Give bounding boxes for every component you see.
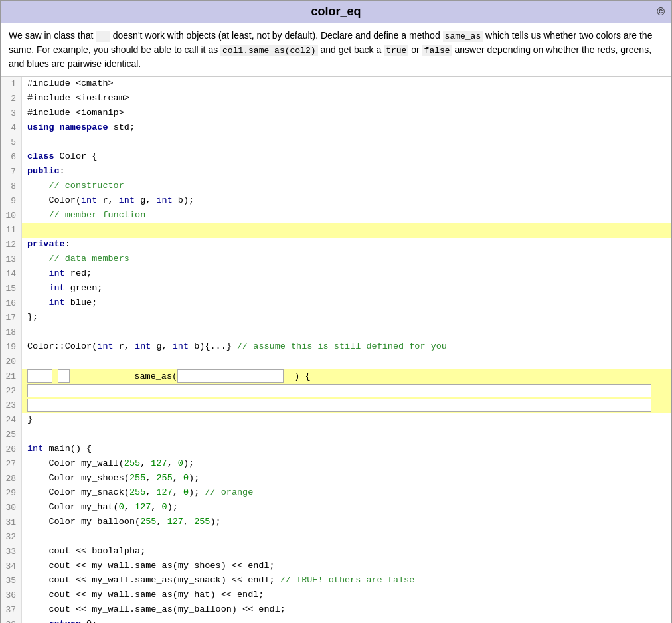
code-line: 12 private: xyxy=(1,238,671,252)
code-line: 20 xyxy=(1,355,671,369)
code-line-input-23: 23 xyxy=(1,399,671,413)
desc-text4: and get back a xyxy=(318,44,384,55)
code-line: 34 cout << my_wall.same_as(my_shoes) << … xyxy=(1,559,671,574)
input-line22[interactable] xyxy=(27,384,651,397)
desc-code1: == xyxy=(96,31,110,42)
code-line: 16 int blue; xyxy=(1,296,671,311)
code-line: 6 class Color { xyxy=(1,150,671,165)
input-line23[interactable] xyxy=(27,399,651,412)
code-line: 19 Color::Color(int r, int g, int b){...… xyxy=(1,340,671,355)
code-line: 38 return 0; xyxy=(1,618,671,623)
code-line: 24 } xyxy=(1,413,671,428)
code-line: 2 #include <iostream> xyxy=(1,92,671,106)
desc-text1: We saw in class that xyxy=(9,30,96,41)
main-container: color_eq © We saw in class that == doesn… xyxy=(0,0,672,623)
code-line: 28 Color my_shoes(255, 255, 0); xyxy=(1,472,671,486)
code-line: 17 }; xyxy=(1,311,671,325)
code-line: 37 cout << my_wall.same_as(my_balloon) <… xyxy=(1,603,671,618)
input-line21-part3[interactable] xyxy=(177,369,284,383)
code-line: 1 #include <cmath> xyxy=(1,77,671,92)
desc-code4: true xyxy=(384,45,408,56)
desc-text2: doesn't work with objects (at least, not… xyxy=(110,30,443,41)
code-line: 26 int main() { xyxy=(1,442,671,457)
header-bar: color_eq © xyxy=(1,1,671,23)
desc-text5: or xyxy=(408,44,422,55)
code-line: 5 xyxy=(1,135,671,150)
code-line: 14 int red; xyxy=(1,267,671,282)
problem-description: We saw in class that == doesn't work wit… xyxy=(1,23,671,77)
desc-code5: false xyxy=(422,45,452,56)
code-line: 13 // data members xyxy=(1,252,671,267)
code-line: 30 Color my_hat(0, 127, 0); xyxy=(1,501,671,515)
code-line: 33 cout << boolalpha; xyxy=(1,545,671,559)
code-line: 15 int green; xyxy=(1,282,671,296)
code-line: 7 public: xyxy=(1,165,671,179)
code-line: 3 #include <iomanip> xyxy=(1,106,671,121)
code-line: 18 xyxy=(1,325,671,340)
code-line: 35 cout << my_wall.same_as(my_snack) << … xyxy=(1,574,671,588)
code-line-input-22: 22 xyxy=(1,384,671,399)
code-line: 25 xyxy=(1,428,671,442)
code-line: 10 // member function xyxy=(1,209,671,223)
code-line-input-21: 21 same_as( ) { xyxy=(1,369,671,384)
input-line21-part2[interactable] xyxy=(58,369,70,383)
code-line: 9 Color(int r, int g, int b); xyxy=(1,194,671,209)
input-line21-part1[interactable] xyxy=(27,369,52,383)
problem-title: color_eq xyxy=(311,5,361,18)
desc-code3: col1.same_as(col2) xyxy=(220,45,317,56)
desc-code2: same_as xyxy=(443,31,483,42)
code-editor: 1 #include <cmath> 2 #include <iostream>… xyxy=(1,77,671,623)
code-line: 36 cout << my_wall.same_as(my_hat) << en… xyxy=(1,588,671,603)
code-line: 29 Color my_snack(255, 127, 0); // orang… xyxy=(1,486,671,501)
code-line-highlight: 11 xyxy=(1,223,671,238)
code-line: 31 Color my_balloon(255, 127, 255); xyxy=(1,515,671,530)
code-line: 8 // constructor xyxy=(1,179,671,194)
code-line: 32 xyxy=(1,530,671,545)
cc-icon: © xyxy=(657,6,665,18)
code-line: 27 Color my_wall(255, 127, 0); xyxy=(1,457,671,472)
code-line: 4 using namespace std; xyxy=(1,121,671,135)
